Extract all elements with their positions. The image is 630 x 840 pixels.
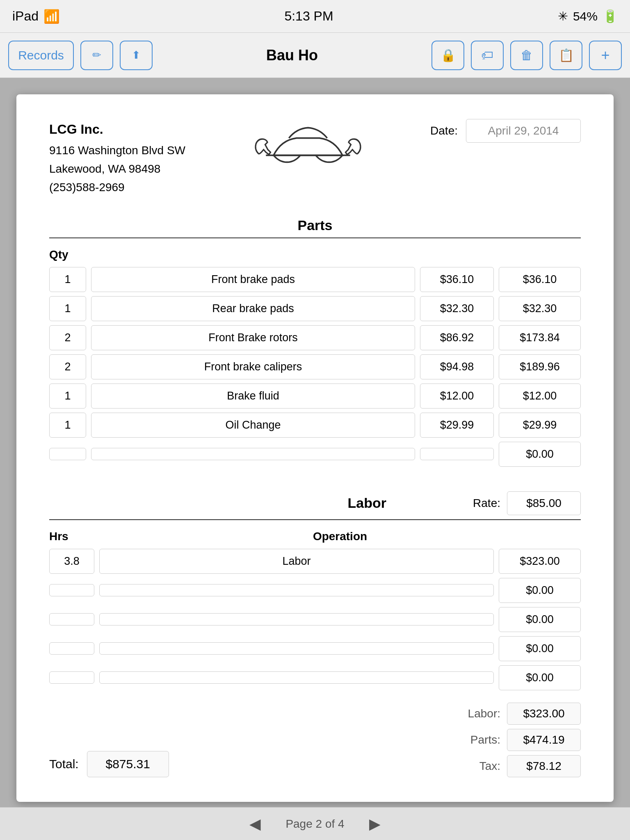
hrs-header: Hrs xyxy=(49,530,94,543)
parts-row: 2 Front brake calipers $94.98 $189.96 xyxy=(49,354,581,379)
company-address1: 9116 Washington Blvd SW xyxy=(49,142,185,160)
rate-section: Rate: $85.00 xyxy=(473,491,581,515)
labor-total-3[interactable]: $0.00 xyxy=(499,636,581,661)
bluetooth-icon: ✳ xyxy=(558,9,568,23)
parts-row: 2 Front Brake rotors $86.92 $173.84 xyxy=(49,325,581,350)
labor-total-2[interactable]: $0.00 xyxy=(499,607,581,632)
parts-total-6[interactable]: $0.00 xyxy=(499,442,581,467)
parts-qty-1[interactable]: 1 xyxy=(49,296,86,321)
rate-value[interactable]: $85.00 xyxy=(507,491,581,515)
labor-section-title: Labor xyxy=(261,495,473,511)
battery-icon: 🔋 xyxy=(603,9,618,23)
parts-breakdown-label: Parts: xyxy=(468,733,500,746)
invoice-header: LCG Inc. 9116 Washington Blvd SW Lakewoo… xyxy=(49,119,581,197)
parts-qty-0[interactable]: 1 xyxy=(49,267,86,292)
page-navigation: ◀ Page 2 of 4 ▶ xyxy=(0,807,630,840)
labor-total-1[interactable]: $0.00 xyxy=(499,578,581,603)
parts-desc-6[interactable] xyxy=(91,448,415,460)
labor-row: $0.00 xyxy=(49,607,581,632)
parts-breakdown-value: $474.19 xyxy=(507,729,581,751)
labor-total-0[interactable]: $323.00 xyxy=(499,549,581,574)
parts-desc-4[interactable]: Brake fluid xyxy=(91,383,415,409)
car-logo xyxy=(251,119,365,176)
tag-icon: 🏷 xyxy=(481,48,493,62)
next-page-button[interactable]: ▶ xyxy=(369,815,381,833)
invoice-document: LCG Inc. 9116 Washington Blvd SW Lakewoo… xyxy=(16,94,614,802)
lock-icon: 🔒 xyxy=(441,48,456,62)
labor-total-4[interactable]: $0.00 xyxy=(499,665,581,690)
total-value[interactable]: $875.31 xyxy=(87,751,169,777)
parts-total-1[interactable]: $32.30 xyxy=(499,296,581,321)
parts-section-title: Parts xyxy=(49,217,581,233)
labor-op-2[interactable] xyxy=(99,613,494,625)
edit-icon: ✏ xyxy=(92,49,101,62)
parts-total-3[interactable]: $189.96 xyxy=(499,354,581,379)
parts-breakdown-row: Parts: $474.19 xyxy=(468,729,581,751)
qty-header: Qty xyxy=(49,248,581,261)
add-button[interactable]: + xyxy=(589,41,622,70)
labor-hrs-3[interactable] xyxy=(49,642,94,655)
date-section: Date: April 29, 2014 xyxy=(430,119,581,143)
parts-qty-5[interactable]: 1 xyxy=(49,413,86,438)
parts-price-5[interactable]: $29.99 xyxy=(420,413,494,438)
rate-label: Rate: xyxy=(473,497,500,510)
tax-breakdown-row: Tax: $78.12 xyxy=(468,755,581,777)
share-button[interactable]: ⬆ xyxy=(120,41,153,70)
date-value[interactable]: April 29, 2014 xyxy=(466,119,581,143)
parts-desc-1[interactable]: Rear brake pads xyxy=(91,296,415,321)
labor-hrs-4[interactable] xyxy=(49,671,94,684)
parts-desc-5[interactable]: Oil Change xyxy=(91,413,415,438)
parts-qty-2[interactable]: 2 xyxy=(49,325,86,350)
device-label: iPad xyxy=(12,9,39,24)
labor-op-4[interactable] xyxy=(99,671,494,684)
parts-price-0[interactable]: $36.10 xyxy=(420,267,494,292)
total-main: Total: $875.31 xyxy=(49,751,169,777)
total-label: Total: xyxy=(49,757,79,771)
tax-breakdown-value: $78.12 xyxy=(507,755,581,777)
parts-total-4[interactable]: $12.00 xyxy=(499,383,581,409)
labor-row: $0.00 xyxy=(49,578,581,603)
parts-price-1[interactable]: $32.30 xyxy=(420,296,494,321)
status-time: 5:13 PM xyxy=(284,9,333,24)
trash-button[interactable]: 🗑 xyxy=(510,41,543,70)
parts-qty-3[interactable]: 2 xyxy=(49,354,86,379)
parts-row: $0.00 xyxy=(49,442,581,467)
labor-table: 3.8 Labor $323.00 $0.00 $0.00 $0.00 $0.0… xyxy=(49,549,581,690)
labor-op-1[interactable] xyxy=(99,584,494,596)
content-area: LCG Inc. 9116 Washington Blvd SW Lakewoo… xyxy=(0,78,630,807)
copy-button[interactable]: 📋 xyxy=(550,41,582,70)
tag-button[interactable]: 🏷 xyxy=(471,41,504,70)
labor-hrs-1[interactable] xyxy=(49,584,94,596)
parts-total-5[interactable]: $29.99 xyxy=(499,413,581,438)
edit-button[interactable]: ✏ xyxy=(80,41,113,70)
parts-price-3[interactable]: $94.98 xyxy=(420,354,494,379)
parts-qty-4[interactable]: 1 xyxy=(49,383,86,409)
records-button[interactable]: Records xyxy=(8,41,74,70)
labor-row: $0.00 xyxy=(49,636,581,661)
lock-button[interactable]: 🔒 xyxy=(431,41,464,70)
parts-total-0[interactable]: $36.10 xyxy=(499,267,581,292)
parts-desc-3[interactable]: Front brake calipers xyxy=(91,354,415,379)
labor-op-0[interactable]: Labor xyxy=(99,549,494,574)
labor-breakdown-row: Labor: $323.00 xyxy=(468,703,581,725)
parts-row: 1 Oil Change $29.99 $29.99 xyxy=(49,413,581,438)
parts-price-2[interactable]: $86.92 xyxy=(420,325,494,350)
prev-page-button[interactable]: ◀ xyxy=(249,815,261,833)
parts-price-4[interactable]: $12.00 xyxy=(420,383,494,409)
labor-divider xyxy=(49,519,581,520)
labor-op-3[interactable] xyxy=(99,642,494,655)
parts-price-6[interactable] xyxy=(420,448,494,460)
parts-table: 1 Front brake pads $36.10 $36.10 1 Rear … xyxy=(49,267,581,467)
status-bar: iPad 📶 5:13 PM ✳ 54% 🔋 xyxy=(0,0,630,33)
labor-hrs-0[interactable]: 3.8 xyxy=(49,549,94,574)
tax-breakdown-label: Tax: xyxy=(468,760,500,773)
company-phone: (253)588-2969 xyxy=(49,178,185,197)
parts-desc-0[interactable]: Front brake pads xyxy=(91,267,415,292)
operation-header: Operation xyxy=(99,530,581,543)
labor-hrs-2[interactable] xyxy=(49,613,94,625)
labor-col-headers: Hrs Operation xyxy=(49,530,581,543)
parts-qty-6[interactable] xyxy=(49,448,86,460)
parts-desc-2[interactable]: Front Brake rotors xyxy=(91,325,415,350)
parts-total-2[interactable]: $173.84 xyxy=(499,325,581,350)
wifi-icon: 📶 xyxy=(43,9,60,24)
